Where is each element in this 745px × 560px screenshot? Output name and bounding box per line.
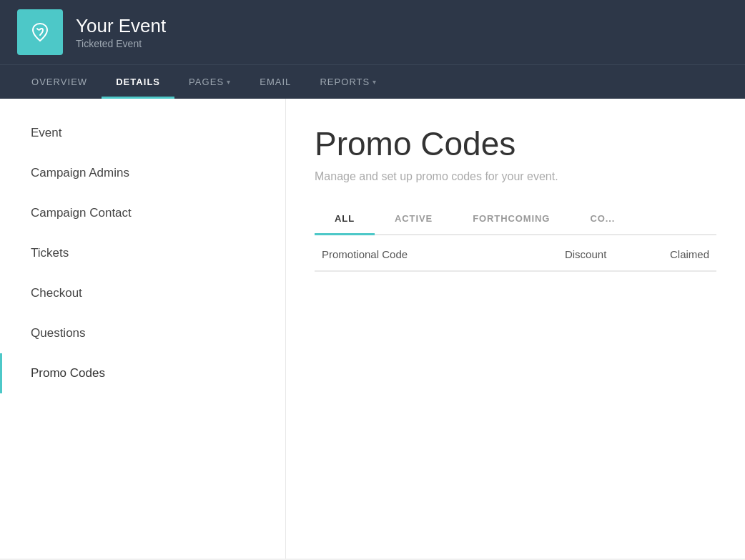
header-text: Your Event Ticketed Event bbox=[76, 15, 166, 49]
promo-table: Promotional Code Discount Claimed bbox=[315, 235, 716, 272]
sidebar-item-event[interactable]: Event bbox=[0, 113, 285, 153]
main-layout: Event Campaign Admins Campaign Contact T… bbox=[0, 99, 745, 559]
nav-details[interactable]: DETAILS bbox=[102, 65, 174, 99]
page-subtitle: Manage and set up promo codes for your e… bbox=[315, 170, 716, 183]
nav-overview[interactable]: OVERVIEW bbox=[17, 65, 102, 99]
promo-tabs: ALL ACTIVE FORTHCOMING CO... bbox=[315, 205, 716, 235]
sidebar: Event Campaign Admins Campaign Contact T… bbox=[0, 99, 286, 559]
tab-completed[interactable]: CO... bbox=[570, 205, 635, 234]
col-discount: Discount bbox=[506, 235, 613, 271]
sidebar-item-campaign-contact[interactable]: Campaign Contact bbox=[0, 193, 285, 233]
sidebar-item-questions[interactable]: Questions bbox=[0, 313, 285, 353]
nav-email[interactable]: EMAIL bbox=[245, 65, 305, 99]
event-title: Your Event bbox=[76, 15, 166, 37]
tab-active[interactable]: ACTIVE bbox=[375, 205, 453, 234]
reports-chevron-icon: ▾ bbox=[372, 78, 377, 86]
col-claimed: Claimed bbox=[613, 235, 716, 271]
pages-chevron-icon: ▾ bbox=[227, 78, 231, 86]
sidebar-item-tickets[interactable]: Tickets bbox=[0, 233, 285, 273]
page-title: Promo Codes bbox=[315, 124, 716, 163]
nav-pages[interactable]: PAGES ▾ bbox=[174, 65, 245, 99]
sidebar-item-campaign-admins[interactable]: Campaign Admins bbox=[0, 153, 285, 193]
col-promotional-code: Promotional Code bbox=[315, 235, 506, 271]
sidebar-item-promo-codes[interactable]: Promo Codes bbox=[0, 353, 285, 393]
event-logo bbox=[17, 9, 63, 55]
tab-all[interactable]: ALL bbox=[315, 205, 375, 234]
event-type: Ticketed Event bbox=[76, 38, 166, 49]
nav-reports[interactable]: REPORTS ▾ bbox=[305, 65, 391, 99]
sidebar-item-checkout[interactable]: Checkout bbox=[0, 273, 285, 313]
main-content: Promo Codes Manage and set up promo code… bbox=[286, 99, 745, 559]
tab-forthcoming[interactable]: FORTHCOMING bbox=[453, 205, 570, 234]
app-header: Your Event Ticketed Event bbox=[0, 0, 745, 64]
main-nav: OVERVIEW DETAILS PAGES ▾ EMAIL REPORTS ▾ bbox=[0, 64, 745, 99]
